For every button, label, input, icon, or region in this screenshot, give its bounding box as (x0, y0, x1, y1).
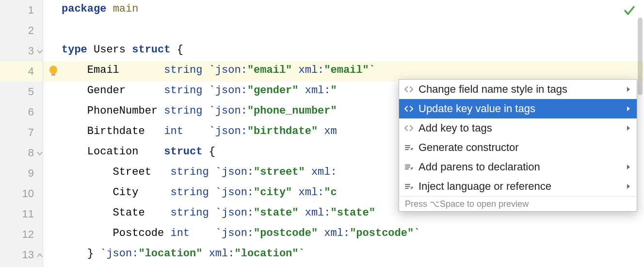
intention-action-item[interactable]: Inject language or reference (399, 177, 637, 196)
submenu-arrow-icon (620, 183, 637, 190)
line-number: 1 (0, 5, 34, 16)
line-number: 6 (0, 107, 34, 117)
line-number: 3 (0, 46, 34, 56)
fold-handle-icon[interactable] (37, 252, 44, 259)
line-number: 4 (0, 66, 34, 77)
code-line[interactable]: City string `json:"city" xml:"c (62, 187, 337, 198)
intention-action-label: Generate constructor (419, 142, 620, 153)
tag-icon (399, 84, 419, 94)
popup-footer-hint: Press ⌥Space to open preview (399, 196, 637, 211)
edit-icon (399, 162, 419, 172)
intention-action-label: Add key to tags (419, 123, 620, 134)
edit-icon (399, 182, 419, 191)
intention-action-item[interactable]: Update key value in tags (399, 99, 637, 118)
code-editor[interactable]: 12345678910111213 package maintype Users… (0, 0, 644, 267)
intention-action-item[interactable]: Add parens to declaration (399, 157, 637, 177)
svg-point-0 (49, 66, 57, 74)
fold-handle-icon[interactable] (37, 150, 44, 157)
line-number: 11 (0, 209, 34, 219)
tag-icon (399, 104, 419, 114)
code-line[interactable]: Email string `json:"email" xml:"email"` (62, 65, 375, 76)
code-line[interactable]: type Users struct { (62, 45, 183, 55)
intention-actions-popup[interactable]: Change field name style in tagsUpdate ke… (399, 79, 637, 212)
tag-icon (399, 123, 419, 133)
code-line[interactable]: Street string `json:"street" xml: (62, 167, 337, 178)
submenu-arrow-icon (620, 125, 637, 132)
line-number: 12 (0, 229, 34, 240)
code-line[interactable]: } `json:"location" xml:"location"` (62, 249, 305, 259)
intention-action-item[interactable]: Generate constructor (399, 138, 637, 157)
intention-action-label: Inject language or reference (419, 181, 620, 192)
intention-action-item[interactable]: Add key to tags (399, 118, 637, 138)
code-line[interactable]: Birthdate int `json:"birthdate" xm (62, 126, 337, 137)
intention-action-item[interactable]: Change field name style in tags (399, 80, 637, 99)
line-number-gutter: 12345678910111213 (0, 0, 43, 267)
line-number: 10 (0, 188, 34, 199)
intention-action-label: Add parens to declaration (419, 162, 620, 172)
submenu-arrow-icon (620, 164, 637, 170)
code-line[interactable]: Gender string `json:"gender" xml:" (62, 85, 337, 96)
line-number: 2 (0, 25, 34, 36)
code-line[interactable]: State string `json:"state" xml:"state" (62, 208, 375, 218)
fold-handle-icon[interactable] (37, 49, 44, 55)
submenu-arrow-icon (620, 105, 637, 112)
inspection-check-icon[interactable] (624, 5, 635, 19)
code-line[interactable]: PhoneNumber string `json:"phone_number" (62, 106, 337, 117)
code-line[interactable]: Postcode int `json:"postcode" xml:"postc… (62, 228, 420, 239)
vertical-scrollbar[interactable] (638, 17, 643, 95)
intention-bulb-icon[interactable] (48, 65, 59, 81)
intention-action-label: Change field name style in tags (419, 84, 620, 95)
line-number: 5 (0, 86, 34, 97)
submenu-arrow-icon (620, 86, 637, 93)
line-number: 8 (0, 148, 34, 158)
code-line[interactable]: Location struct { (62, 147, 215, 157)
edit-icon (399, 143, 419, 152)
line-number: 13 (0, 250, 34, 260)
intention-action-label: Update key value in tags (419, 103, 620, 114)
line-number: 7 (0, 127, 34, 138)
code-line[interactable]: package main (62, 4, 138, 15)
line-number: 9 (0, 168, 34, 179)
svg-rect-1 (51, 74, 55, 76)
